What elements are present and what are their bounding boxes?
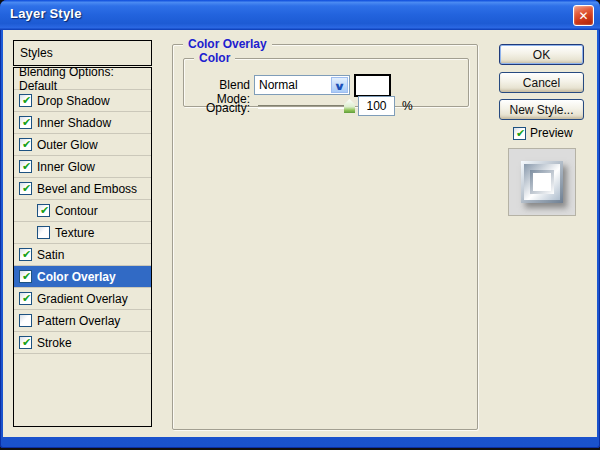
sidebar-item-outer-glow[interactable]: ✔ Outer Glow	[14, 134, 151, 156]
sidebar-item-label: Inner Shadow	[37, 116, 111, 130]
dialog-body: Styles Blending Options: Default ✔ Drop …	[3, 30, 597, 437]
item-checkbox[interactable]: ✔	[37, 204, 50, 217]
check-icon: ✔	[20, 291, 33, 305]
sidebar-item-label: Color Overlay	[37, 270, 116, 284]
check-icon: ✔	[20, 335, 33, 349]
cancel-button[interactable]: Cancel	[499, 72, 584, 93]
check-icon: ✔	[514, 126, 527, 140]
preview-checkbox[interactable]: ✔	[513, 127, 526, 140]
sidebar-item-label: Bevel and Emboss	[37, 182, 137, 196]
check-icon: ✔	[20, 115, 33, 129]
color-overlay-group: Color Overlay Color Blend Mode: Normal ∨…	[172, 44, 478, 430]
opacity-slider-track[interactable]	[258, 105, 350, 109]
sidebar-item-label: Drop Shadow	[37, 94, 110, 108]
sidebar-item-label: Gradient Overlay	[37, 292, 128, 306]
sidebar-item-label: Satin	[37, 248, 64, 262]
preview-option: ✔ Preview	[513, 126, 573, 140]
close-icon: ✕	[574, 7, 593, 25]
sidebar-item-drop-shadow[interactable]: ✔ Drop Shadow	[14, 90, 151, 112]
sidebar-item-inner-glow[interactable]: ✔ Inner Glow	[14, 156, 151, 178]
new-style-button[interactable]: New Style...	[499, 99, 584, 120]
check-icon: ✔	[20, 93, 33, 107]
sidebar-item-label: Blending Options: Default	[19, 67, 151, 93]
check-icon: ✔	[38, 203, 51, 217]
sidebar-item-blending-options-default[interactable]: Blending Options: Default	[14, 68, 151, 90]
sidebar-item-pattern-overlay[interactable]: Pattern Overlay	[14, 310, 151, 332]
check-icon: ✔	[20, 247, 33, 261]
window-title: Layer Style	[10, 6, 82, 21]
blend-mode-value: Normal	[259, 78, 298, 92]
ok-button[interactable]: OK	[499, 44, 584, 65]
check-icon: ✔	[20, 159, 33, 173]
color-group-title: Color	[194, 51, 235, 66]
item-checkbox[interactable]: ✔	[19, 94, 32, 107]
sidebar-item-label: Pattern Overlay	[37, 314, 120, 328]
dropdown-arrow-icon[interactable]: ∨	[331, 77, 348, 93]
item-checkbox[interactable]: ✔	[19, 182, 32, 195]
title-bar[interactable]: Layer Style ✕	[0, 0, 600, 30]
check-icon: ✔	[20, 137, 33, 151]
blend-mode-select[interactable]: Normal ∨	[254, 75, 350, 95]
item-checkbox[interactable]: ✔	[19, 116, 32, 129]
item-checkbox[interactable]: ✔	[19, 270, 32, 283]
sidebar-item-gradient-overlay[interactable]: ✔ Gradient Overlay	[14, 288, 151, 310]
opacity-label: Opacity:	[186, 101, 250, 115]
check-icon: ✔	[20, 181, 33, 195]
sidebar-item-satin[interactable]: ✔ Satin	[14, 244, 151, 266]
item-checkbox[interactable]: ✔	[19, 248, 32, 261]
opacity-input[interactable]	[358, 96, 395, 116]
opacity-percent-label: %	[402, 99, 413, 113]
preview-label: Preview	[530, 126, 573, 140]
close-button[interactable]: ✕	[573, 5, 594, 26]
styles-header-label: Styles	[20, 46, 53, 60]
sidebar-item-label: Texture	[55, 226, 94, 240]
sidebar-item-label: Contour	[55, 204, 98, 218]
color-group: Color Blend Mode: Normal ∨ Opacity: %	[183, 58, 469, 107]
item-checkbox[interactable]: ✔	[19, 336, 32, 349]
layer-style-dialog: Layer Style ✕ Styles Blending Options: D…	[0, 0, 600, 448]
sidebar-item-label: Outer Glow	[37, 138, 98, 152]
color-swatch[interactable]	[354, 74, 391, 97]
item-checkbox[interactable]: ✔	[19, 138, 32, 151]
sidebar-item-bevel-and-emboss[interactable]: ✔ Bevel and Emboss	[14, 178, 151, 200]
preview-bevel-square	[521, 161, 563, 203]
style-preview-thumbnail	[508, 148, 576, 216]
item-checkbox[interactable]: ✔	[19, 292, 32, 305]
sidebar-item-inner-shadow[interactable]: ✔ Inner Shadow	[14, 112, 151, 134]
sidebar-item-texture[interactable]: Texture	[14, 222, 151, 244]
color-overlay-group-title: Color Overlay	[183, 37, 272, 52]
sidebar-item-label: Stroke	[37, 336, 72, 350]
sidebar-item-label: Inner Glow	[37, 160, 95, 174]
sidebar-item-color-overlay[interactable]: ✔ Color Overlay	[14, 266, 151, 288]
sidebar-item-stroke[interactable]: ✔ Stroke	[14, 332, 151, 354]
opacity-slider-thumb[interactable]	[344, 99, 355, 113]
item-checkbox[interactable]	[19, 314, 32, 327]
styles-header[interactable]: Styles	[13, 40, 152, 66]
item-checkbox[interactable]	[37, 226, 50, 239]
sidebar-item-contour[interactable]: ✔ Contour	[14, 200, 151, 222]
check-icon: ✔	[20, 269, 33, 283]
styles-list: Blending Options: Default ✔ Drop Shadow …	[13, 67, 152, 427]
item-checkbox[interactable]: ✔	[19, 160, 32, 173]
